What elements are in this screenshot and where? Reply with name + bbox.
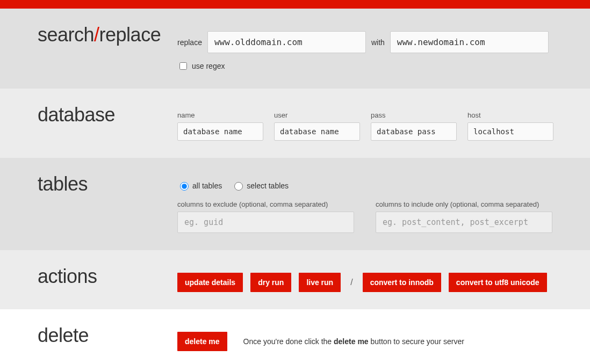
delete-text-before: Once you're done click the: [243, 337, 334, 346]
db-user-label: user: [274, 111, 360, 119]
top-accent-bar: [0, 0, 590, 9]
delete-instruction: Once you're done click the delete me but…: [243, 337, 464, 346]
exclude-input[interactable]: [177, 212, 354, 233]
replace-label: replace: [177, 38, 202, 47]
delete-text-after: button to secure your server: [369, 337, 464, 346]
section-tables: tables all tables select tables columns …: [0, 158, 590, 250]
include-input[interactable]: [376, 212, 552, 233]
db-user-input[interactable]: [274, 122, 360, 141]
radio-select-tables-text: select tables: [247, 181, 289, 190]
delete-text-bold: delete me: [334, 337, 369, 346]
section-title-search-replace: search/replace: [38, 24, 177, 71]
title-slash: /: [94, 24, 99, 46]
radio-select-tables-label[interactable]: select tables: [232, 180, 289, 191]
live-run-button[interactable]: live run: [299, 273, 341, 292]
use-regex-checkbox[interactable]: [179, 62, 187, 70]
dry-run-button[interactable]: dry run: [250, 273, 291, 292]
actions-separator: /: [348, 278, 355, 287]
convert-utf8-button[interactable]: convert to utf8 unicode: [449, 273, 547, 292]
update-details-button[interactable]: update details: [177, 273, 243, 292]
title-search: search: [38, 24, 94, 46]
section-database: database name user pass host: [0, 89, 590, 158]
db-pass-input[interactable]: [371, 122, 457, 141]
section-title-database: database: [38, 104, 177, 141]
section-delete: delete delete me Once you're done click …: [0, 309, 590, 364]
radio-select-tables[interactable]: [234, 182, 243, 191]
with-label: with: [371, 38, 385, 47]
title-replace: replace: [99, 24, 161, 46]
section-search-replace: search/replace replace with use regex: [0, 9, 590, 89]
section-actions: actions update details dry run live run …: [0, 250, 590, 309]
db-pass-label: pass: [371, 111, 457, 119]
section-title-actions: actions: [38, 265, 177, 292]
db-host-input[interactable]: [467, 122, 553, 141]
db-name-input[interactable]: [177, 122, 263, 141]
radio-all-tables[interactable]: [180, 182, 189, 191]
section-title-delete: delete: [38, 324, 177, 351]
db-name-label: name: [177, 111, 263, 119]
radio-all-tables-text: all tables: [192, 181, 222, 190]
exclude-label: columns to exclude (optional, comma sepa…: [177, 200, 354, 208]
replace-input[interactable]: [207, 31, 366, 53]
radio-all-tables-label[interactable]: all tables: [177, 180, 222, 191]
include-label: columns to include only (optional, comma…: [376, 200, 552, 208]
db-host-label: host: [467, 111, 553, 119]
delete-me-button[interactable]: delete me: [177, 332, 227, 351]
with-input[interactable]: [390, 31, 549, 53]
section-title-tables: tables: [38, 173, 177, 233]
convert-innodb-button[interactable]: convert to innodb: [363, 273, 441, 292]
use-regex-label: use regex: [192, 62, 225, 70]
